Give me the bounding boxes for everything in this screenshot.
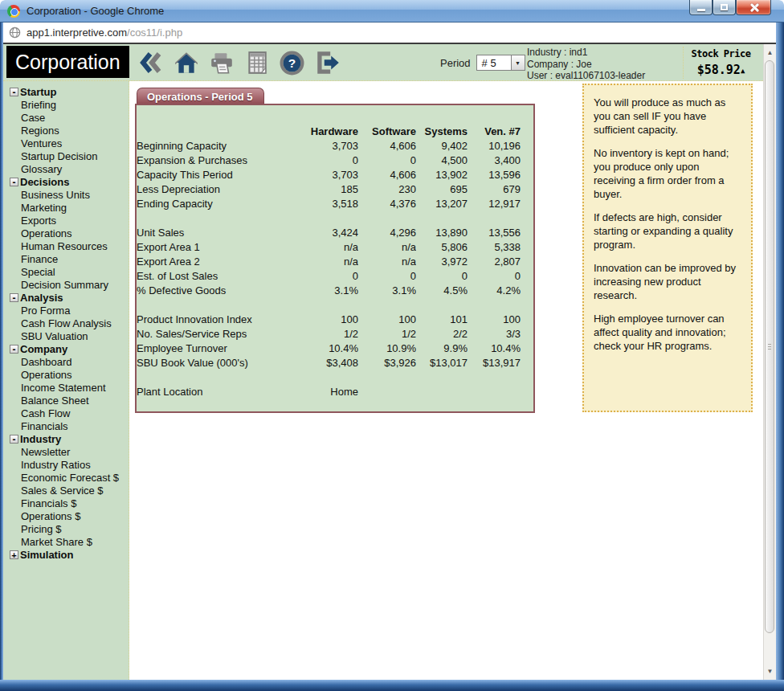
sidebar-section[interactable]: -Industry <box>3 432 129 445</box>
sidebar-item[interactable]: Pro Forma <box>3 304 129 317</box>
spacer-row <box>137 370 533 384</box>
scroll-down-icon[interactable]: ▼ <box>764 664 776 678</box>
nav-toolbar: ? <box>140 50 341 76</box>
cell-value: 0 <box>358 153 416 167</box>
sidebar-item[interactable]: Briefing <box>3 98 129 111</box>
sidebar-item[interactable]: Dashboard <box>3 355 129 368</box>
address-bar[interactable]: app1.interpretive.com/cos11/i.php <box>3 22 776 44</box>
row-label: Ending Capacity <box>137 196 265 211</box>
sidebar-item[interactable]: Ventures <box>3 137 129 149</box>
cell-value: 4,500 <box>416 153 468 167</box>
operations-panel: HardwareSoftwareSystemsVen. #7Beginning … <box>135 104 535 413</box>
cell-value: 3,972 <box>416 254 468 268</box>
title-bar[interactable]: Corporation - Google Chrome <box>0 0 784 22</box>
table-row: Est. of Lost Sales0000 <box>137 268 533 283</box>
sidebar-item[interactable]: Cash Flow <box>3 407 129 419</box>
note-paragraph: No inventory is kept on hand; you produc… <box>594 146 741 201</box>
cell-value: 10.9% <box>358 341 416 355</box>
sidebar-item[interactable]: Newsletter <box>3 445 129 458</box>
sidebar-item[interactable]: Income Statement <box>3 381 129 394</box>
cell-value: n/a <box>358 254 416 268</box>
close-button[interactable] <box>736 0 771 15</box>
period-select-button[interactable]: ▼ <box>512 55 525 71</box>
sidebar-item[interactable]: Decision Summary <box>3 278 129 291</box>
sidebar-item[interactable]: Operations $ <box>3 509 129 522</box>
main-content: Operations - Period 5 HardwareSoftwareSy… <box>129 81 763 680</box>
reports-icon[interactable] <box>244 50 270 76</box>
sidebar-item[interactable]: Operations <box>3 227 129 239</box>
sidebar-section[interactable]: -Analysis <box>3 291 129 304</box>
collapse-icon[interactable]: - <box>10 88 18 96</box>
sidebar-item[interactable]: Financials <box>3 419 129 432</box>
period-control: Period # 5 ▼ <box>440 55 525 71</box>
sidebar-item[interactable]: Market Share $ <box>3 535 129 548</box>
sidebar-item[interactable]: Cash Flow Analysis <box>3 317 129 329</box>
column-header: Hardware <box>265 124 358 138</box>
minimize-icon <box>697 9 705 11</box>
collapse-icon[interactable]: - <box>10 435 18 444</box>
exit-icon[interactable] <box>314 50 341 76</box>
sidebar-item[interactable]: Finance <box>3 252 129 265</box>
sidebar-section[interactable]: -Company <box>3 342 129 355</box>
stock-price-label: Stock Price <box>684 48 758 59</box>
sidebar-item[interactable]: Pricing $ <box>3 522 129 535</box>
row-label: Unit Sales <box>137 225 265 239</box>
collapse-icon[interactable]: - <box>10 178 18 186</box>
sidebar-item[interactable]: Human Resources <box>3 239 129 252</box>
table-row: Capacity This Period3,7034,60613,90213,5… <box>137 167 533 182</box>
sidebar-item[interactable]: Business Units <box>3 188 129 201</box>
window-frame-bottom <box>0 680 784 691</box>
sidebar-item[interactable]: Case <box>3 111 129 124</box>
sidebar-item[interactable]: Special <box>3 265 129 278</box>
sidebar-item[interactable]: Startup Decision <box>3 149 129 162</box>
sidebar-section-label: Company <box>20 343 67 355</box>
sidebar-section[interactable]: -Startup <box>3 85 129 98</box>
note-paragraph: Innovation can be improved by increasing… <box>594 261 741 302</box>
sidebar-item[interactable]: Operations <box>3 368 129 381</box>
sidebar-item[interactable]: Exports <box>3 214 129 227</box>
sidebar-item[interactable]: Glossary <box>3 162 129 175</box>
company-info: Company : Joe <box>527 59 645 71</box>
sidebar-item[interactable]: Industry Ratios <box>3 458 129 471</box>
cell-value: 679 <box>468 182 533 196</box>
period-select[interactable]: # 5 <box>476 55 512 71</box>
scroll-up-icon[interactable]: ▲ <box>764 46 776 59</box>
print-icon[interactable] <box>209 50 235 76</box>
sidebar-item[interactable]: Sales & Service $ <box>3 484 129 497</box>
row-label: Export Area 1 <box>137 239 265 254</box>
cell-value: 0 <box>468 268 533 283</box>
sidebar-section[interactable]: -Decisions <box>3 175 129 188</box>
cell-value: n/a <box>265 254 358 268</box>
help-icon[interactable]: ? <box>280 51 304 76</box>
sidebar-item[interactable]: Financials $ <box>3 497 129 509</box>
cell-value: 9.9% <box>416 341 468 355</box>
table-row: Less Depreciation185230695679 <box>137 182 533 196</box>
sidebar-item[interactable]: SBU Valuation <box>3 329 129 342</box>
collapse-icon[interactable]: - <box>10 293 18 302</box>
browser-window: Corporation - Google Chrome app1.interpr… <box>0 0 784 691</box>
scrollbar-grip-icon <box>768 344 771 350</box>
scrollbar-thumb[interactable] <box>765 60 774 633</box>
table-row: No. Sales/Service Reps1/21/22/23/3 <box>137 326 533 341</box>
minimize-button[interactable] <box>689 0 713 15</box>
vertical-scrollbar[interactable]: ▲ ▼ <box>763 44 776 680</box>
cell-value: 3,400 <box>468 153 533 167</box>
collapse-icon[interactable]: - <box>10 345 18 354</box>
row-label: Capacity This Period <box>137 167 265 182</box>
maximize-button[interactable] <box>713 0 736 15</box>
sidebar-item[interactable]: Regions <box>3 124 129 137</box>
table-row: Export Area 2n/an/a3,9722,807 <box>137 254 533 268</box>
sidebar-item[interactable]: Economic Forecast $ <box>3 471 129 484</box>
sidebar-item[interactable]: Marketing <box>3 201 129 214</box>
cell-value: 4,296 <box>358 225 416 239</box>
table-row: Unit Sales3,4244,29613,89013,556 <box>137 225 533 239</box>
sidebar-section[interactable]: +Simulation <box>3 548 129 561</box>
period-label: Period <box>440 57 471 69</box>
home-icon[interactable] <box>174 50 199 76</box>
sidebar-item[interactable]: Balance Sheet <box>3 394 129 407</box>
back-icon[interactable] <box>140 50 164 76</box>
table-row: Ending Capacity3,5184,37613,20712,917 <box>137 196 533 211</box>
table-row: SBU Book Value (000's)$3,408$3,926$13,01… <box>137 355 533 370</box>
expand-icon[interactable]: + <box>10 550 18 559</box>
table-row: Plant LocationHome <box>137 384 533 399</box>
